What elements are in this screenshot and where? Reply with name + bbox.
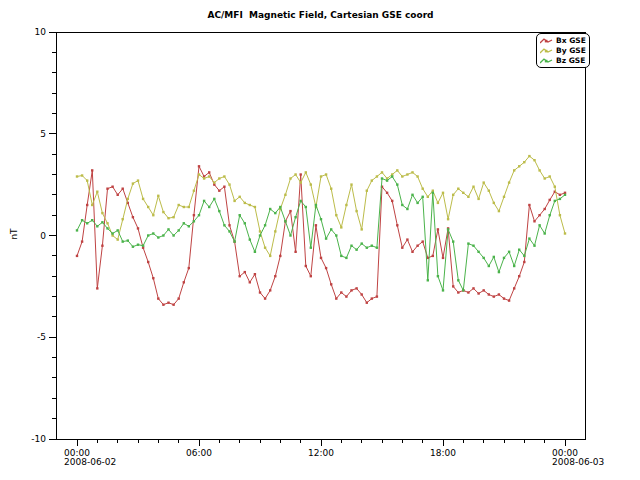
- series-marker: [259, 291, 261, 293]
- legend-item-bx: Bx GSE: [540, 36, 586, 45]
- series-marker: [193, 190, 195, 192]
- series-marker: [198, 165, 200, 167]
- series-marker: [117, 194, 119, 196]
- series-marker: [396, 169, 398, 171]
- series-marker: [203, 200, 205, 202]
- series-marker: [289, 234, 291, 236]
- series-marker: [142, 198, 144, 200]
- series-marker: [142, 245, 144, 247]
- series-marker: [208, 206, 210, 208]
- series-line-0: [77, 166, 565, 304]
- series-marker: [442, 289, 444, 291]
- series-marker: [249, 281, 251, 283]
- series-marker: [162, 304, 164, 306]
- series-marker: [559, 198, 561, 200]
- series-marker: [239, 275, 241, 277]
- series-marker: [330, 283, 332, 285]
- series-marker: [554, 200, 556, 202]
- series-marker: [427, 279, 429, 281]
- series-marker: [274, 230, 276, 232]
- series-marker: [213, 198, 215, 200]
- series-marker: [432, 192, 434, 194]
- series-marker: [193, 214, 195, 216]
- series-marker: [528, 155, 530, 157]
- series-marker: [147, 206, 149, 208]
- series-marker: [483, 181, 485, 183]
- series-marker: [157, 195, 159, 197]
- series-marker: [137, 179, 139, 181]
- plot-area: -10-5051000:0006:0012:0018:0000:00: [0, 0, 640, 480]
- series-marker: [305, 171, 307, 173]
- series-marker: [325, 267, 327, 269]
- series-marker: [513, 287, 515, 289]
- series-marker: [411, 251, 413, 253]
- series-marker: [366, 247, 368, 249]
- series-marker: [91, 204, 93, 206]
- series-marker: [310, 275, 312, 277]
- legend-item-by: By GSE: [540, 46, 586, 55]
- series-marker: [361, 293, 363, 295]
- series-marker: [132, 246, 134, 248]
- series-marker: [467, 196, 469, 198]
- series-marker: [340, 291, 342, 293]
- series-marker: [401, 175, 403, 177]
- series-marker: [254, 206, 256, 208]
- series-marker: [96, 287, 98, 289]
- series-marker: [391, 200, 393, 202]
- series-marker: [111, 232, 113, 234]
- series-marker: [376, 247, 378, 249]
- series-marker: [406, 238, 408, 240]
- series-marker: [259, 234, 261, 236]
- series-marker: [294, 173, 296, 175]
- series-marker: [467, 242, 469, 244]
- series-marker: [422, 188, 424, 190]
- series-marker: [86, 179, 88, 181]
- series-marker: [162, 211, 164, 213]
- series-marker: [467, 291, 469, 293]
- series-marker: [76, 255, 78, 257]
- series-marker: [498, 271, 500, 273]
- series-marker: [269, 208, 271, 210]
- series-marker: [518, 249, 520, 251]
- series-marker: [472, 245, 474, 247]
- series-marker: [554, 186, 556, 188]
- series-marker: [477, 292, 479, 294]
- series-marker: [533, 245, 535, 247]
- series-marker: [513, 169, 515, 171]
- series-marker: [340, 226, 342, 228]
- series-marker: [320, 175, 322, 177]
- series-marker: [411, 171, 413, 173]
- series-marker: [538, 169, 540, 171]
- series-marker: [233, 240, 235, 242]
- series-marker: [122, 218, 124, 220]
- series-marker: [198, 214, 200, 216]
- series-marker: [442, 192, 444, 194]
- series-marker: [406, 208, 408, 210]
- legend: Bx GSE By GSE Bz GSE: [536, 33, 590, 68]
- series-marker: [228, 230, 230, 232]
- series-marker: [183, 281, 185, 283]
- series-marker: [564, 194, 566, 196]
- series-marker: [533, 220, 535, 222]
- series-marker: [86, 204, 88, 206]
- series-marker: [325, 173, 327, 175]
- series-marker: [188, 267, 190, 269]
- series-marker: [101, 212, 103, 214]
- series-marker: [244, 202, 246, 204]
- series-marker: [167, 217, 169, 219]
- series-marker: [523, 161, 525, 163]
- series-marker: [355, 210, 357, 212]
- series-marker: [432, 190, 434, 192]
- series-marker: [335, 234, 337, 236]
- series-marker: [101, 245, 103, 247]
- series-marker: [152, 277, 154, 279]
- series-marker: [213, 181, 215, 183]
- series-marker: [178, 204, 180, 206]
- series-marker: [549, 214, 551, 216]
- series-marker: [457, 291, 459, 293]
- series-marker: [111, 186, 113, 188]
- series-marker: [264, 247, 266, 249]
- series-marker: [167, 302, 169, 304]
- series-marker: [350, 245, 352, 247]
- series-marker: [198, 173, 200, 175]
